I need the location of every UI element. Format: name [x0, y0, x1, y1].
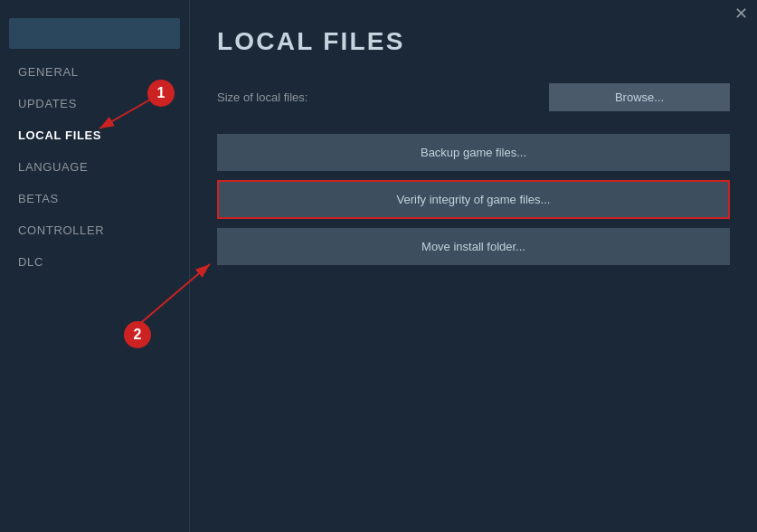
verify-button[interactable]: Verify integrity of game files... [217, 180, 730, 219]
move-folder-button[interactable]: Move install folder... [217, 228, 730, 265]
sidebar-item-local-files[interactable]: LOCAL FILES [0, 119, 189, 151]
sidebar-item-dlc[interactable]: DLC [0, 246, 189, 278]
close-button[interactable]: ✕ [734, 5, 748, 22]
sidebar-item-language[interactable]: LANGUAGE [0, 151, 189, 183]
sidebar-item-general[interactable]: GENERAL [0, 56, 189, 88]
sidebar-item-controller[interactable]: CONTROLLER [0, 214, 189, 246]
main-panel: LOCAL FILES Size of local files: Browse.… [190, 0, 757, 532]
sidebar-item-betas[interactable]: BETAS [0, 183, 189, 214]
file-size-label: Size of local files: [217, 90, 549, 104]
properties-window: ✕ GENERAL UPDATES LOCAL FILES LANGUAGE B… [0, 0, 757, 532]
page-title: LOCAL FILES [217, 27, 730, 56]
backup-button[interactable]: Backup game files... [217, 134, 730, 171]
sidebar: GENERAL UPDATES LOCAL FILES LANGUAGE BET… [0, 0, 190, 532]
browse-button[interactable]: Browse... [549, 83, 730, 111]
sidebar-item-updates[interactable]: UPDATES [0, 88, 189, 119]
file-size-row: Size of local files: Browse... [217, 83, 730, 111]
